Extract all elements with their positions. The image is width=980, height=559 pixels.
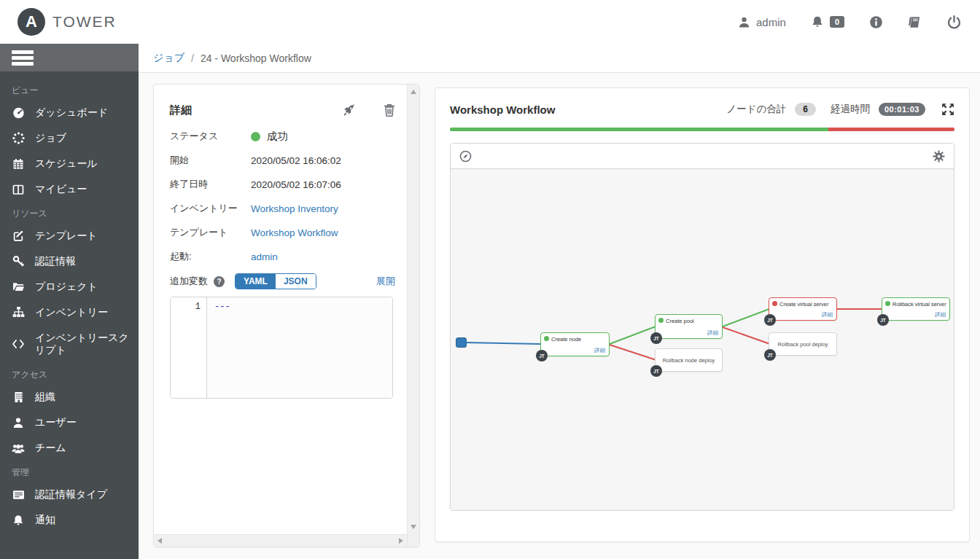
workflow-node-rollback-virtual-server-deploy[interactable]: Rollback virtual server dep... 詳細 JT <box>882 297 950 321</box>
node-label: Rollback node deploy <box>656 349 722 371</box>
node-details-link[interactable]: 詳細 <box>822 311 833 318</box>
info-icon <box>869 15 883 29</box>
brand: A TOWER <box>18 8 117 36</box>
breadcrumb-current: 24 - Workshop Workflow <box>201 52 311 64</box>
status-success-dot <box>251 132 260 141</box>
node-type-badge: JT <box>764 314 776 326</box>
node-failed-dot <box>772 301 777 306</box>
workflow-start-node[interactable] <box>456 337 467 348</box>
scroll-left-arrow[interactable] <box>158 538 162 544</box>
workflow-node-rollback-node-deploy[interactable]: Rollback node deploy JT <box>655 348 723 372</box>
yaml-json-toggle: YAML JSON <box>235 273 316 289</box>
launched-by-link[interactable]: admin <box>251 251 278 262</box>
top-header: A TOWER admin 0 <box>0 0 980 44</box>
organizations-icon <box>12 391 25 403</box>
sidebar-section-access: アクセス <box>0 363 139 384</box>
template-link[interactable]: Workshop Workflow <box>251 227 338 238</box>
started-value: 2020/05/02 16:06:02 <box>251 155 341 166</box>
detail-row-launched-by: 起動: admin <box>170 249 402 264</box>
sidebar-item-teams[interactable]: チーム <box>0 435 139 461</box>
sidebar-item-projects[interactable]: プロジェクト <box>0 274 139 300</box>
credentials-icon <box>12 255 25 267</box>
sidebar-item-credential-types[interactable]: 認証情報タイプ <box>0 482 139 507</box>
expand-link[interactable]: 展開 <box>376 275 395 288</box>
horizontal-scrollbar[interactable] <box>154 534 407 547</box>
about-button[interactable] <box>869 15 883 29</box>
elapsed-label: 経過時間 <box>831 103 870 116</box>
node-details-link[interactable]: 詳細 <box>707 329 718 337</box>
workflow-links <box>451 169 954 511</box>
link-create-node-create-pool <box>610 327 656 344</box>
breadcrumb-jobs-link[interactable]: ジョブ <box>153 52 184 65</box>
username: admin <box>756 16 786 28</box>
detail-label: インベントリー <box>170 202 251 215</box>
sidebar-item-inventory-scripts[interactable]: インベントリースクリプト <box>0 325 139 363</box>
docs-button[interactable] <box>908 15 922 29</box>
extra-variables-editor[interactable]: 1 --- <box>170 297 393 399</box>
compass-icon[interactable] <box>459 150 472 163</box>
node-label: Rollback pool deploy <box>769 333 836 355</box>
link-start-create-node <box>467 343 540 344</box>
expand-arrows-icon[interactable] <box>941 103 954 116</box>
link-create-node-rollback-node-deploy <box>610 345 656 360</box>
sidebar: ビュー ダッシュボード ジョブ スケジュール <box>0 44 139 559</box>
details-panel: 詳細 ステータス 成功 <box>153 84 420 547</box>
sidebar-label: 認証情報タイプ <box>35 488 107 501</box>
workflow-node-rollback-pool-deploy[interactable]: Rollback pool deploy JT <box>769 332 837 356</box>
detail-row-finished: 終了日時 2020/05/02 16:07:06 <box>170 177 402 192</box>
node-label: Rollback virtual server dep... <box>892 301 947 308</box>
sidebar-section-view: ビュー <box>0 79 139 100</box>
sidebar-item-inventories[interactable]: インベントリー <box>0 300 139 325</box>
progress-failed-segment <box>828 128 954 131</box>
status-value: 成功 <box>267 130 288 142</box>
book-icon <box>908 15 922 29</box>
sidebar-toggle[interactable] <box>0 44 139 71</box>
my-view-icon <box>12 184 25 195</box>
workflow-title: Workshop Workflow <box>450 103 555 116</box>
teams-icon <box>12 442 25 454</box>
sidebar-item-my-view[interactable]: マイビュー <box>0 176 139 202</box>
help-icon[interactable]: ? <box>214 276 225 287</box>
scroll-down-arrow[interactable] <box>411 525 416 529</box>
sidebar-item-users[interactable]: ユーザー <box>0 410 139 435</box>
sidebar-item-jobs[interactable]: ジョブ <box>0 125 139 151</box>
node-type-badge: JT <box>536 350 548 361</box>
notifications-button[interactable]: 0 <box>811 15 844 28</box>
vertical-scrollbar[interactable] <box>407 85 419 547</box>
ansible-logo-icon[interactable]: A <box>18 8 45 36</box>
relaunch-rocket-button[interactable] <box>342 103 356 117</box>
sidebar-item-notifications[interactable]: 通知 <box>0 507 139 533</box>
scroll-right-arrow[interactable] <box>399 538 403 544</box>
yaml-toggle-button[interactable]: YAML <box>236 274 276 289</box>
delete-trash-button[interactable] <box>384 103 395 117</box>
workflow-node-create-virtual-server[interactable]: Create virtual server 詳細 JT <box>769 297 837 321</box>
scroll-up-arrow[interactable] <box>411 90 416 94</box>
sidebar-label: ユーザー <box>35 416 77 429</box>
sidebar-item-schedules[interactable]: スケジュール <box>0 151 139 176</box>
sidebar-item-credentials[interactable]: 認証情報 <box>0 249 139 274</box>
sidebar-item-dashboard[interactable]: ダッシュボード <box>0 100 139 125</box>
detail-row-inventory: インベントリー Workshop Inventory <box>170 201 402 216</box>
sidebar-label: インベントリースクリプト <box>35 332 133 356</box>
sidebar-item-organizations[interactable]: 組織 <box>0 384 139 410</box>
logout-button[interactable] <box>947 15 961 29</box>
node-details-link[interactable]: 詳細 <box>594 347 605 354</box>
gear-icon[interactable] <box>933 150 945 163</box>
user-menu[interactable]: admin <box>738 16 786 28</box>
sidebar-item-templates[interactable]: テンプレート <box>0 223 139 249</box>
sidebar-label: 通知 <box>35 514 55 526</box>
bell-icon <box>811 15 824 28</box>
workflow-node-create-pool[interactable]: Create pool 詳細 JT <box>655 314 723 339</box>
breadcrumb: ジョブ / 24 - Workshop Workflow <box>139 44 980 73</box>
brand-name: TOWER <box>52 13 117 31</box>
inventory-link[interactable]: Workshop Inventory <box>251 203 338 214</box>
node-success-dot <box>885 301 890 306</box>
workflow-graph-box: Create node 詳細 JT Create pool 詳細 JT Roll… <box>450 143 954 511</box>
breadcrumb-separator: / <box>191 52 194 64</box>
workflow-graph-canvas[interactable]: Create node 詳細 JT Create pool 詳細 JT Roll… <box>451 168 954 511</box>
node-details-link[interactable]: 詳細 <box>935 311 946 318</box>
power-icon <box>947 15 961 29</box>
workflow-node-create-node[interactable]: Create node 詳細 JT <box>540 332 610 356</box>
json-toggle-button[interactable]: JSON <box>276 274 316 289</box>
sidebar-label: テンプレート <box>35 230 98 242</box>
